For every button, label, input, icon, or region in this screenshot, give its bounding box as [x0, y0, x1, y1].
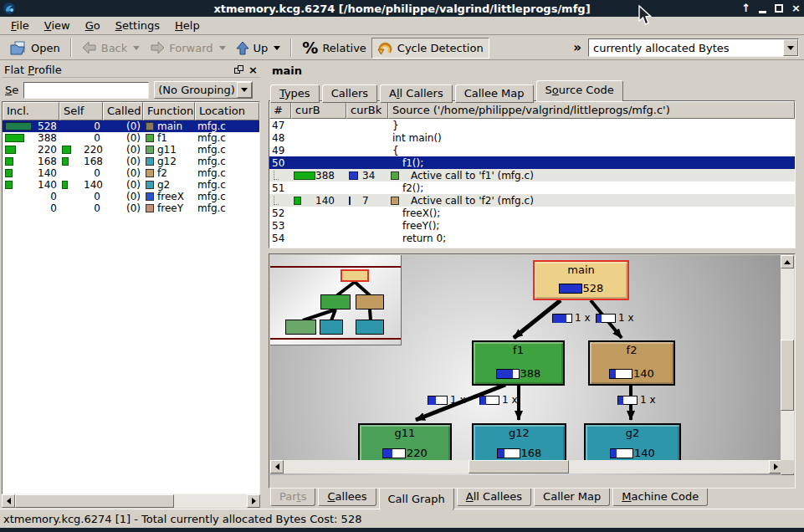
selected-function-title: main	[272, 64, 302, 77]
call-graph-panel: main 528 f1 388 f2 140 g11 220 g12 168 g…	[269, 253, 796, 489]
tab-call-graph[interactable]: Call Graph	[379, 489, 454, 510]
tab-callers[interactable]: Callers	[322, 84, 377, 103]
flat-profile-dock: Flat Profile × Se (No Grouping) Incl. Se…	[0, 61, 262, 509]
open-button[interactable]: Open	[5, 38, 65, 59]
source-line[interactable]: 49 {	[269, 144, 795, 156]
table-row-g11[interactable]: 220 220 (0) g11 mfg.c	[3, 144, 259, 156]
column-header-called[interactable]: Called	[103, 102, 143, 120]
tab-all-callees[interactable]: All Callees	[457, 489, 531, 506]
source-table-header: # curB curBk Source ('/home/philippe/val…	[269, 101, 795, 119]
shade-icon[interactable]: ↑	[741, 0, 750, 17]
source-line[interactable]: 48 int main()	[269, 131, 795, 144]
column-header-source[interactable]: Source ('/home/philippe/valgrind/littlep…	[388, 101, 795, 119]
menu-help[interactable]: Help	[167, 18, 207, 33]
graph-overview-panner[interactable]	[270, 255, 402, 345]
source-line[interactable]: 54 return 0;	[269, 232, 795, 244]
tab-all-callers[interactable]: All Callers	[380, 84, 453, 103]
scroll-thumb[interactable]	[469, 460, 569, 473]
column-header-incl[interactable]: Incl.	[3, 102, 59, 120]
tab-types[interactable]: Types	[270, 84, 320, 103]
graph-node-f1[interactable]: f1 388	[472, 340, 565, 386]
graph-node-f2[interactable]: f2 140	[588, 340, 675, 386]
dock-float-icon[interactable]	[234, 65, 243, 74]
table-row-f1[interactable]: 388 0 (0) f1 mfg.c	[3, 132, 259, 144]
flat-profile-hscrollbar[interactable]	[2, 494, 260, 508]
menu-go[interactable]: Go	[78, 18, 108, 33]
combo-dropdown-button[interactable]	[783, 39, 798, 56]
menu-bar: File View Go Settings Help	[0, 17, 804, 35]
tab-source-code[interactable]: Source Code	[536, 80, 623, 101]
table-row-freeY[interactable]: 0 0 (0) freeY mfg.c	[3, 202, 259, 214]
scroll-thumb[interactable]	[781, 340, 794, 411]
table-row-freeX[interactable]: 0 0 (0) freeX mfg.c	[3, 191, 259, 202]
tab-callee-map[interactable]: Callee Map	[455, 84, 534, 103]
source-call-row[interactable]: 388 34 Active call to 'f1' (mfg.c)	[269, 169, 795, 182]
column-header-self[interactable]: Self	[59, 102, 103, 120]
source-line[interactable]: 47 }	[269, 119, 795, 131]
back-dropdown-icon[interactable]	[133, 46, 140, 50]
scroll-left-button[interactable]	[2, 494, 15, 508]
graph-node-g11[interactable]: g11 220	[358, 423, 452, 465]
graph-node-g2[interactable]: g2 140	[584, 423, 681, 465]
cost-bar	[610, 448, 633, 458]
forward-button[interactable]: Forward	[145, 38, 230, 59]
column-header-curBk[interactable]: curBk	[346, 101, 388, 119]
graph-node-main[interactable]: main 528	[533, 260, 629, 300]
triangle-up-icon	[784, 260, 791, 264]
column-header-location[interactable]: Location	[195, 102, 259, 120]
up-button[interactable]: Up	[231, 38, 286, 59]
tab-machine-code[interactable]: Machine Code	[612, 489, 708, 506]
call-graph-canvas[interactable]: main 528 f1 388 f2 140 g11 220 g12 168 g…	[270, 255, 782, 475]
table-row-f2[interactable]: 140 0 (0) f2 mfg.c	[3, 167, 259, 179]
maximize-icon[interactable]	[775, 4, 783, 13]
scroll-up-button[interactable]	[781, 255, 794, 269]
toolbar-overflow-chevron[interactable]: »	[573, 40, 581, 55]
app-window: xtmemory.kcg.6274 [/home/philippe/valgri…	[0, 0, 804, 532]
relative-toggle-button[interactable]: % Relative	[297, 38, 371, 59]
tab-callees[interactable]: Callees	[318, 489, 376, 506]
menu-settings[interactable]: Settings	[108, 18, 167, 33]
source-line[interactable]: 51 f2();	[269, 182, 795, 194]
scroll-left-button[interactable]	[270, 460, 284, 473]
column-header-line[interactable]: #	[269, 101, 291, 119]
edge-label-f2-g2: 1 x	[617, 394, 656, 406]
tab-caller-map[interactable]: Caller Map	[534, 489, 610, 506]
table-row-main[interactable]: 528 0 (0) main mfg.c	[3, 120, 259, 132]
source-call-row[interactable]: 140 7 Active call to 'f2' (mfg.c)	[269, 194, 795, 207]
function-color-icon	[146, 192, 154, 201]
column-header-function[interactable]: Function	[143, 102, 195, 120]
minimize-icon[interactable]	[759, 11, 766, 13]
toolbar: Open Back Forward Up % Relativ	[0, 36, 804, 60]
combo-dropdown-button[interactable]	[237, 82, 252, 98]
cycle-detection-button[interactable]: Cycle Detection	[371, 38, 489, 59]
dock-close-icon[interactable]: ×	[248, 64, 258, 76]
overview-node-f1	[320, 294, 351, 309]
search-label: Se	[5, 84, 18, 96]
up-dropdown-icon[interactable]	[274, 46, 280, 50]
search-input[interactable]	[23, 82, 149, 99]
source-line-selected[interactable]: 50 f1();	[269, 156, 795, 169]
graph-node-g12[interactable]: g12 168	[472, 423, 566, 465]
graph-vscrollbar[interactable]	[781, 255, 794, 475]
overview-node-g2	[356, 320, 384, 335]
source-line[interactable]: 52 freeX();	[269, 207, 795, 219]
menu-view[interactable]: View	[37, 18, 78, 33]
function-color-icon	[391, 197, 399, 205]
scroll-thumb[interactable]	[15, 494, 174, 508]
function-color-icon	[146, 122, 154, 130]
table-row-g12[interactable]: 168 168 (0) g12 mfg.c	[3, 156, 259, 167]
graph-hscrollbar[interactable]	[270, 460, 782, 473]
toolbar-separator	[290, 38, 292, 57]
column-header-curB[interactable]: curB	[291, 101, 346, 119]
table-row-g2[interactable]: 140 140 (0) g2 mfg.c	[3, 179, 259, 191]
source-code-view: # curB curBk Source ('/home/philippe/val…	[269, 100, 796, 248]
back-button[interactable]: Back	[77, 38, 146, 59]
menu-file[interactable]: File	[3, 18, 37, 33]
forward-dropdown-icon[interactable]	[219, 46, 226, 50]
title-bar[interactable]: xtmemory.kcg.6274 [/home/philippe/valgri…	[0, 0, 804, 17]
event-type-combobox[interactable]: currently allocated Bytes	[588, 38, 799, 57]
grouping-combobox[interactable]: (No Grouping)	[154, 81, 253, 99]
source-line[interactable]: 53 freeY();	[269, 219, 795, 232]
scroll-right-button[interactable]	[247, 494, 260, 508]
close-icon[interactable]: ×	[791, 0, 801, 17]
